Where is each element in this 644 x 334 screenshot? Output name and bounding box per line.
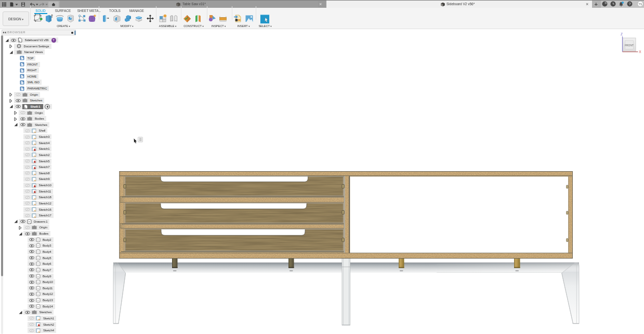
svg-text:TS: TS — [638, 3, 642, 6]
svg-text:?: ? — [628, 2, 630, 6]
svg-text:Z: Z — [621, 32, 623, 36]
svg-text:FRONT: FRONT — [625, 44, 634, 47]
svg-text:X: X — [639, 50, 641, 54]
